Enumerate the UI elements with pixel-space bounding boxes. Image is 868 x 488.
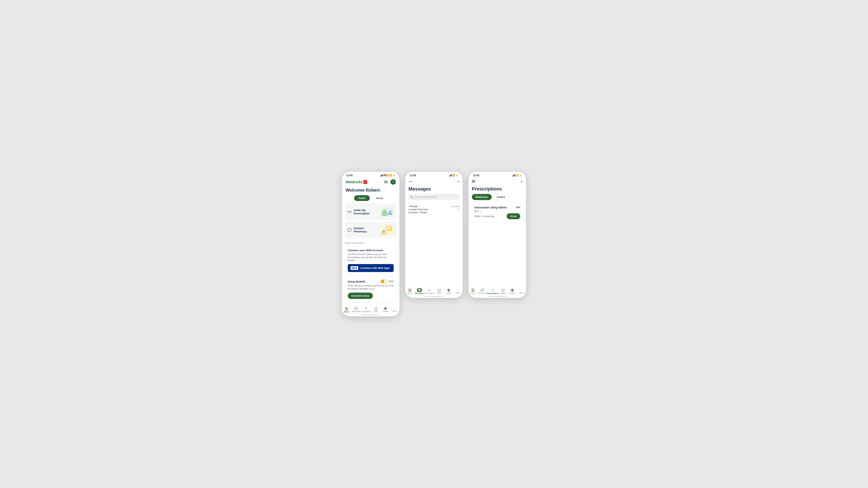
home-indicator-2 (425, 296, 443, 297)
nav-more-1[interactable]: ··· More (390, 307, 399, 312)
rx-edit-button-1[interactable]: Edit (516, 206, 520, 208)
nav-more-2[interactable]: ··· More (453, 289, 463, 294)
nhs-logo: NHS (351, 266, 358, 270)
rx-nav-label-2: Prescriptions (424, 292, 435, 294)
home-indicator-3 (488, 296, 506, 297)
nav-rx-2[interactable]: ⚕ Prescriptions (424, 289, 435, 294)
rx-nav-icon-2: ⚕ (428, 289, 430, 292)
nav-home-1[interactable]: 🏠 Home (342, 306, 351, 313)
plus-logo-icon: + (364, 181, 367, 184)
nav-health-3[interactable]: ➕ Health (507, 289, 517, 294)
order-prescription-label: Order MyPrescription (354, 208, 370, 215)
nav-more-3[interactable]: ··· More (517, 289, 526, 294)
rx-order-button-1[interactable]: Order (507, 213, 520, 219)
message-sender-1: Leedale Pharmacy (408, 208, 428, 211)
message-check-icon: ✓ (457, 208, 460, 211)
rx-add-button[interactable]: + (521, 179, 523, 184)
orders-tab[interactable]: Orders (493, 194, 509, 200)
welcome-title: Welcome Robert. (342, 187, 399, 195)
screenshots-container: 11:01 🛜 📶 🔋 Weldricks (342, 171, 526, 317)
nhs-login-button[interactable]: NHS Continue with NHS login (348, 264, 394, 272)
nav-messages-3[interactable]: 💬 Messages (478, 289, 487, 294)
medicine-name-1: Simvastatin 10mg tablets (474, 206, 507, 209)
nhs-card-desc: You NHS account makes it easy to order p… (348, 253, 394, 262)
order-prescription-card[interactable]: 👓 Order MyPrescription (345, 203, 397, 220)
action-cards: 👓 Order MyPrescription (342, 203, 399, 240)
nav-health-1[interactable]: ➕ Health (381, 307, 390, 313)
status-icons-1: 🛜 📶 🔋 (380, 174, 395, 176)
rx-filter-button[interactable] (472, 180, 475, 184)
more-nav-label-1: More (393, 310, 397, 312)
filter-button[interactable] (383, 179, 389, 185)
setup-card-title: Setup BeWell (348, 280, 365, 283)
appts-nav-label-2: Appts (437, 292, 442, 294)
phone-2: 11:02 📶 🔋 ••• + Messages 🔍 Enter sea (405, 171, 463, 298)
nav-health-2[interactable]: ➕ Health (444, 289, 453, 294)
status-time-3: 11:02 (473, 174, 479, 177)
message-preview-1: Excellent. Thanks. (408, 211, 460, 214)
prescriptions-title: Prescriptions (469, 186, 526, 194)
nav-rx-3[interactable]: ⚕ Prescriptions (487, 288, 499, 294)
battery-icon-1: 🔋 (393, 174, 395, 176)
more-nav-icon-3: ··· (520, 289, 523, 292)
order-card-left: 👓 Order MyPrescription (347, 208, 370, 215)
svg-point-23 (390, 228, 390, 228)
contact-pharmacy-label: ContactPharmacy (354, 227, 367, 233)
contact-pharmacy-card[interactable]: 💬 ContactPharmacy (345, 222, 397, 238)
medicines-tab[interactable]: Medicines (472, 194, 492, 200)
svg-rect-27 (381, 231, 384, 232)
signal-icon-1 (380, 174, 383, 176)
nav-home-3[interactable]: 🏠 Home (469, 288, 478, 294)
prescription-icon: 👓 (347, 210, 352, 214)
messages-dots-button[interactable]: ••• (408, 180, 413, 183)
rx-filter-icon (472, 180, 475, 183)
nav-home-2[interactable]: 🏠 Home (405, 288, 415, 294)
svg-rect-13 (389, 210, 390, 214)
help-button[interactable]: ? (391, 179, 396, 185)
setup-percent: 20% (389, 280, 394, 283)
logo-icon: + (363, 180, 367, 184)
help-icon: ? (393, 181, 394, 184)
status-bar-2: 11:02 📶 🔋 (405, 172, 463, 178)
home-tab[interactable]: Home (354, 195, 370, 201)
notifications-section: Recent Notifications Connect your NHS Ac… (342, 240, 399, 302)
logo-text: Weldricks (346, 180, 363, 184)
nav-appts-3[interactable]: 📋 Appts (499, 289, 508, 294)
battery-icon-3: 🔋 (519, 174, 522, 176)
filter-icon (384, 181, 388, 184)
message-top-1: ● Flu jab just now (408, 205, 460, 208)
nav-appts-1[interactable]: 📋 Appts (371, 307, 381, 313)
message-dot-icon: ● (408, 205, 410, 207)
complete-setup-button[interactable]: Complete Setup (348, 293, 373, 299)
nav-messages-1[interactable]: 💬 Messages (351, 307, 361, 313)
setup-toggle[interactable] (381, 280, 387, 283)
svg-point-17 (391, 214, 392, 215)
nav-rx-1[interactable]: ⚕ Prescriptions (361, 307, 371, 313)
appts-nav-icon-1: 📋 (374, 307, 378, 310)
weldricks-logo: Weldricks + (346, 180, 367, 184)
svg-text:+: + (365, 181, 366, 183)
setup-right: 20% (381, 280, 394, 283)
home-nav-label-1: Home (344, 311, 349, 313)
setup-tab[interactable]: Setup (372, 195, 388, 201)
header-actions: ? (383, 179, 396, 185)
svg-point-24 (387, 228, 388, 228)
nhs-card-title: Connect your NHS Account (348, 249, 394, 252)
messages-search-bar[interactable]: 🔍 Enter search details (408, 194, 460, 200)
home-nav-label-3: Home (471, 292, 475, 294)
wifi-icon-3: 📶 (516, 174, 519, 176)
notifications-label: Recent Notifications (345, 242, 397, 245)
health-nav-label-1: Health (383, 311, 388, 313)
appts-nav-label-3: Appts (501, 292, 505, 294)
search-placeholder-2: Enter search details (415, 196, 458, 198)
health-nav-icon-1: ➕ (383, 307, 387, 310)
messages-add-button[interactable]: + (457, 179, 460, 184)
nav-appts-2[interactable]: 📋 Appts (435, 289, 444, 294)
more-nav-icon-1: ··· (393, 307, 396, 310)
message-item-1[interactable]: ● Flu jab just now Leedale Pharmacy ✓ Ex… (405, 203, 463, 216)
nav-messages-2[interactable]: 💬 Messages (415, 288, 424, 294)
messages-nav-label-1: Messages (352, 311, 360, 313)
status-time-1: 11:01 (346, 174, 353, 177)
more-nav-icon-2: ··· (457, 289, 460, 292)
svg-point-6 (386, 182, 387, 183)
